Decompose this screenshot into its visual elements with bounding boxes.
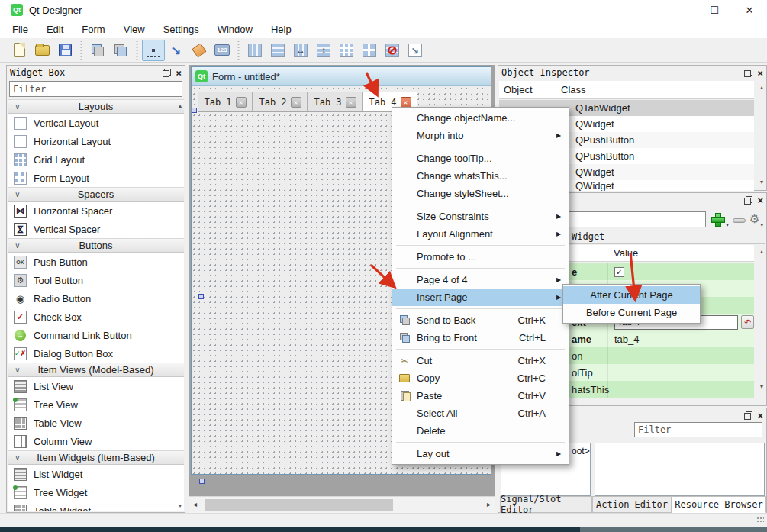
edit-tab-order-button[interactable]: 123 bbox=[211, 40, 234, 61]
widget-item-check-box[interactable]: ✓Check Box bbox=[8, 308, 184, 326]
tab-close-icon[interactable]: ✕ bbox=[236, 97, 247, 108]
close-dock-icon[interactable]: × bbox=[176, 68, 182, 78]
scroll-down-icon[interactable]: ▾ bbox=[179, 502, 182, 509]
menu-window[interactable]: Window bbox=[208, 21, 262, 37]
category-spacers[interactable]: ∨Spacers bbox=[8, 187, 184, 202]
form-titlebar[interactable]: Qt Form - untitled* bbox=[192, 67, 491, 86]
widget-item-vertical-layout[interactable]: Vertical Layout bbox=[8, 114, 184, 132]
tab-signal-slot-editor[interactable]: Signal/Slot Editor bbox=[500, 496, 592, 513]
layout-vertical-button[interactable] bbox=[266, 40, 289, 61]
menu-item-before-current-page[interactable]: Before Current Page bbox=[563, 304, 700, 321]
float-dock-icon[interactable] bbox=[744, 411, 752, 420]
category-layouts[interactable]: ∨Layouts bbox=[8, 99, 184, 114]
menu-item-change-objectname[interactable]: Change objectName... bbox=[392, 109, 569, 127]
float-dock-icon[interactable] bbox=[163, 69, 171, 77]
configure-wrench-icon[interactable]: ⚙ bbox=[749, 212, 759, 226]
widget-item-list-widget[interactable]: List Widget bbox=[8, 465, 184, 483]
menu-item-insert-page[interactable]: Insert Page▶ bbox=[392, 289, 569, 306]
widget-item-horizontal-layout[interactable]: Horizontal Layout bbox=[8, 132, 184, 150]
layout-horizontal-button[interactable] bbox=[243, 40, 266, 61]
menu-form[interactable]: Form bbox=[73, 21, 114, 37]
widget-filter-input[interactable] bbox=[9, 81, 182, 97]
reset-property-icon[interactable]: ↶ bbox=[741, 315, 754, 329]
tab-close-icon[interactable]: ✕ bbox=[346, 97, 356, 108]
scroll-left-icon[interactable]: ◂ bbox=[193, 500, 197, 508]
menu-item-change-whatsthis[interactable]: Change whatsThis... bbox=[392, 167, 569, 185]
break-layout-button[interactable]: ⊘ bbox=[381, 40, 404, 61]
tab-resource-browser[interactable]: Resource Browser bbox=[672, 496, 766, 513]
close-button[interactable]: ✕ bbox=[732, 0, 767, 20]
column-object[interactable]: Object bbox=[499, 84, 556, 95]
close-dock-icon[interactable]: × bbox=[757, 68, 763, 78]
layout-grid-button[interactable] bbox=[335, 40, 358, 61]
widget-item-table-widget[interactable]: Table Widget bbox=[8, 501, 184, 511]
menu-item-paste[interactable]: PasteCtrl+V bbox=[392, 387, 569, 405]
checkbox-checked[interactable]: ✓ bbox=[614, 267, 624, 277]
scroll-up-icon[interactable]: ▴ bbox=[760, 248, 763, 255]
widget-item-dialog-button-box[interactable]: ✓✗Dialog Button Box bbox=[8, 344, 184, 363]
scroll-down-icon[interactable]: ▾ bbox=[760, 383, 763, 390]
menu-settings[interactable]: Settings bbox=[154, 21, 208, 37]
category-item-views[interactable]: ∨Item Views (Model-Based) bbox=[8, 363, 184, 377]
menu-help[interactable]: Help bbox=[262, 21, 301, 37]
splitter-vertical-button[interactable]: ↕ bbox=[312, 40, 335, 61]
menu-item-promote-to[interactable]: Promote to ... bbox=[392, 248, 569, 266]
add-dynamic-property-button[interactable] bbox=[710, 212, 726, 226]
float-dock-icon[interactable] bbox=[744, 69, 752, 77]
tab-close-icon[interactable]: ✕ bbox=[291, 97, 301, 108]
scroll-up-icon[interactable]: ▴ bbox=[760, 84, 763, 91]
menu-item-copy[interactable]: CopyCtrl+C bbox=[392, 369, 569, 387]
menu-item-morph-into[interactable]: Morph into▶ bbox=[392, 127, 569, 144]
menu-item-size-constraints[interactable]: Size Constraints▶ bbox=[392, 208, 569, 225]
splitter-horizontal-button[interactable]: ↔ bbox=[289, 40, 312, 61]
menu-item-after-current-page[interactable]: After Current Page bbox=[563, 286, 700, 304]
save-file-button[interactable] bbox=[53, 40, 76, 61]
edit-buddies-button[interactable] bbox=[188, 40, 211, 61]
widget-item-push-button[interactable]: OKPush Button bbox=[8, 253, 184, 271]
tab-2[interactable]: Tab 2✕ bbox=[253, 92, 308, 111]
widget-item-radio-button[interactable]: ◉Radio Button bbox=[8, 289, 184, 308]
widget-item-form-layout[interactable]: Form Layout bbox=[8, 169, 184, 187]
resource-list-pane[interactable] bbox=[595, 443, 765, 496]
tab-close-icon[interactable]: ✕ bbox=[401, 97, 411, 108]
menu-item-delete[interactable]: Delete bbox=[392, 422, 569, 440]
maximize-button[interactable]: ☐ bbox=[697, 0, 732, 20]
selection-handle[interactable] bbox=[199, 479, 205, 484]
tab-3[interactable]: Tab 3✕ bbox=[308, 92, 363, 111]
menu-item-cut[interactable]: ✂CutCtrl+X bbox=[392, 352, 569, 369]
horizontal-scrollbar[interactable]: ◂ ▸ bbox=[189, 496, 495, 513]
widget-item-tool-button[interactable]: ⚙Tool Button bbox=[8, 271, 184, 289]
tab-1[interactable]: Tab 1✕ bbox=[198, 92, 253, 111]
widget-item-tree-widget[interactable]: Tree Widget bbox=[8, 483, 184, 501]
menu-edit[interactable]: Edit bbox=[37, 21, 73, 37]
widget-item-horizontal-spacer[interactable]: ⋈Horizontal Spacer bbox=[8, 202, 184, 220]
menu-item-page-4-of-4[interactable]: Page 4 of 4▶ bbox=[392, 271, 569, 289]
menu-item-bring-to-front[interactable]: Bring to FrontCtrl+L bbox=[392, 329, 569, 347]
layout-form-button[interactable] bbox=[358, 40, 381, 61]
menu-item-layout-alignment[interactable]: Layout Alignment▶ bbox=[392, 225, 569, 243]
scroll-up-icon[interactable]: ▴ bbox=[179, 102, 182, 109]
widget-item-grid-layout[interactable]: Grid Layout bbox=[8, 150, 184, 169]
scrollbar-thumb[interactable] bbox=[205, 499, 393, 511]
bring-to-front-button[interactable] bbox=[109, 40, 132, 61]
send-to-back-button[interactable] bbox=[86, 40, 109, 61]
new-file-button[interactable] bbox=[8, 40, 31, 61]
open-file-button[interactable] bbox=[31, 40, 53, 61]
widget-item-list-view[interactable]: List View bbox=[8, 377, 184, 395]
widget-item-column-view[interactable]: Column View bbox=[8, 432, 184, 450]
widget-item-vertical-spacer[interactable]: ⋈Vertical Spacer bbox=[8, 220, 184, 238]
remove-dynamic-property-button[interactable] bbox=[733, 218, 746, 223]
category-buttons[interactable]: ∨Buttons bbox=[8, 238, 184, 253]
widget-item-tree-view[interactable]: Tree View bbox=[8, 395, 184, 414]
minimize-button[interactable]: — bbox=[662, 0, 697, 20]
menu-item-change-stylesheet[interactable]: Change styleSheet... bbox=[392, 185, 569, 202]
column-class[interactable]: Class bbox=[556, 84, 586, 95]
resize-grip[interactable] bbox=[756, 517, 764, 524]
menu-item-lay-out[interactable]: Lay out▶ bbox=[392, 445, 569, 463]
edit-signals-slots-button[interactable]: ↘ bbox=[165, 40, 188, 61]
menu-item-send-to-back[interactable]: Send to BackCtrl+K bbox=[392, 311, 569, 329]
selection-handle[interactable] bbox=[192, 108, 197, 113]
resource-filter-input[interactable] bbox=[634, 422, 762, 437]
edit-widgets-button[interactable] bbox=[142, 40, 165, 61]
menu-view[interactable]: View bbox=[114, 21, 154, 37]
